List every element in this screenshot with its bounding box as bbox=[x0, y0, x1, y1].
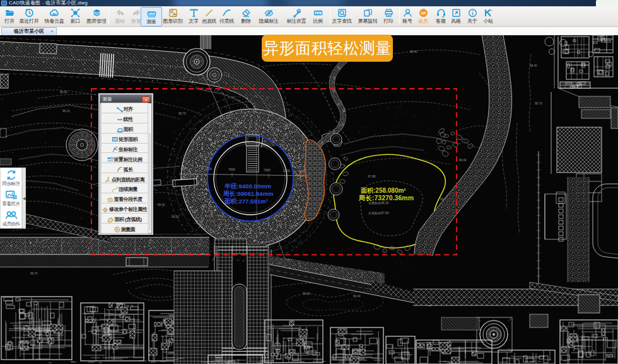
svg-text:周长:59061.94mm: 周长:59061.94mm bbox=[223, 190, 273, 197]
svg-text:面积:277.591m²: 面积:277.591m² bbox=[224, 198, 268, 205]
svg-text:99.40: 99.40 bbox=[60, 91, 67, 94]
svg-text:99.30: 99.30 bbox=[158, 203, 165, 207]
svg-text:6600: 6600 bbox=[181, 167, 188, 170]
svg-text:VIP: VIP bbox=[421, 11, 426, 15]
svg-text:99.70: 99.70 bbox=[535, 102, 542, 105]
svg-text:97.88: 97.88 bbox=[368, 174, 376, 178]
svg-text:99.70: 99.70 bbox=[30, 272, 38, 275]
svg-text:进水口: 进水口 bbox=[301, 174, 310, 177]
svg-text:A:B: A:B bbox=[315, 12, 320, 15]
svg-text:98.40: 98.40 bbox=[410, 50, 417, 54]
svg-text:98.70: 98.70 bbox=[178, 112, 186, 115]
svg-text:2400: 2400 bbox=[283, 169, 290, 173]
svg-text:面积:258.080m²: 面积:258.080m² bbox=[361, 187, 406, 194]
svg-text:99.00: 99.00 bbox=[172, 215, 179, 219]
svg-text:水面标高98.30: 水面标高98.30 bbox=[368, 201, 389, 205]
svg-text:7000: 7000 bbox=[264, 169, 271, 172]
svg-text:98.40: 98.40 bbox=[530, 64, 537, 67]
svg-text:7000: 7000 bbox=[228, 168, 235, 171]
svg-text:半径:9400.00mm: 半径:9400.00mm bbox=[224, 183, 271, 190]
svg-text:98.40: 98.40 bbox=[459, 159, 467, 162]
svg-text:99.10: 99.10 bbox=[62, 110, 70, 113]
svg-text:水底标高97.80: 水底标高97.80 bbox=[368, 211, 389, 215]
svg-text:99.40: 99.40 bbox=[353, 295, 361, 298]
